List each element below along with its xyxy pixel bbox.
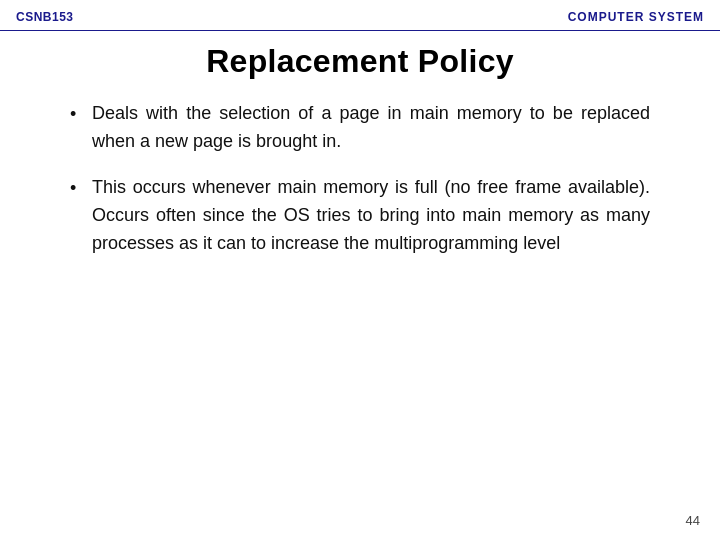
bullet-text-1: Deals with the selection of a page in ma… [92, 100, 650, 156]
header-left-label: CSNB153 [16, 10, 74, 24]
title-section: Replacement Policy [0, 31, 720, 100]
bullet-item-2: • This occurs whenever main memory is fu… [70, 174, 650, 258]
slide-container: CSNB153 COMPUTER SYSTEM Replacement Poli… [0, 0, 720, 540]
slide-title: Replacement Policy [60, 43, 660, 80]
content-section: • Deals with the selection of a page in … [0, 100, 720, 295]
bullet-text-2: This occurs whenever main memory is full… [92, 174, 650, 258]
bullet-dot-2: • [70, 175, 92, 203]
bullet-dot-1: • [70, 101, 92, 129]
page-number: 44 [686, 513, 700, 528]
footer: 44 [686, 513, 700, 528]
header-right-label: COMPUTER SYSTEM [568, 10, 704, 24]
bullet-item-1: • Deals with the selection of a page in … [70, 100, 650, 156]
header-bar: CSNB153 COMPUTER SYSTEM [0, 0, 720, 30]
